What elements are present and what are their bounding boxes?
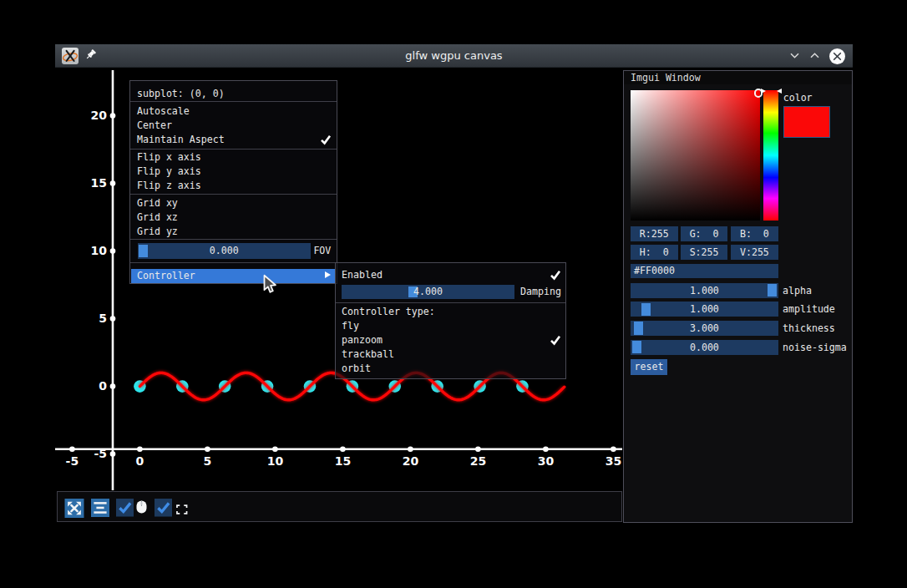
menu-item-trackball[interactable]: trackball xyxy=(342,347,559,361)
y-tick-dot xyxy=(110,248,116,254)
menu-item-grid-xy[interactable]: Grid xy xyxy=(137,196,331,210)
amplitude-slider[interactable]: 1.000 xyxy=(631,302,778,317)
checkbox-icon xyxy=(116,504,134,520)
menu-separator xyxy=(130,149,336,150)
autoscale-button[interactable] xyxy=(64,499,84,518)
minimize-button[interactable] xyxy=(789,48,800,64)
y-tick-label: 5 xyxy=(99,312,107,325)
menu-item-flip-z-axis[interactable]: Flip z axis xyxy=(137,179,331,192)
controller-mouse-indicator xyxy=(136,500,147,514)
amplitude-slider-label: amplitude xyxy=(783,302,835,317)
menu-separator xyxy=(336,302,565,303)
maintain-aspect-toggle[interactable] xyxy=(155,499,173,517)
menu-item-controller-type[interactable]: Controller type: xyxy=(342,305,559,318)
color-swatch[interactable] xyxy=(783,106,830,138)
maximize-button[interactable] xyxy=(809,48,820,64)
x-tick-dot xyxy=(272,447,278,453)
y-tick-label: 15 xyxy=(91,176,107,190)
menu-item-orbit[interactable]: orbit xyxy=(342,362,559,375)
menu-item-grid-yz[interactable]: Grid yz xyxy=(137,225,331,238)
x-tick-dot xyxy=(475,447,481,453)
y-tick-dot xyxy=(110,383,116,389)
x-tick-dot xyxy=(340,447,346,453)
close-button[interactable] xyxy=(829,48,845,64)
x-tick-label: 0 xyxy=(136,454,144,468)
hue-marker-left-icon xyxy=(761,89,766,94)
center-button[interactable] xyxy=(91,499,109,517)
x-tick-dot xyxy=(205,447,210,453)
x-tick-dot xyxy=(137,447,143,453)
value-field[interactable]: V:255 xyxy=(731,245,778,260)
y-tick-dot xyxy=(110,316,116,322)
imgui-window: Imgui Window color R:255 G: 0 B: 0 H: 0 … xyxy=(623,70,853,523)
y-tick-label: 20 xyxy=(91,109,108,122)
slider-value: 1.000 xyxy=(631,302,778,317)
panzoom-toggle[interactable] xyxy=(116,499,134,517)
y-tick-label: 10 xyxy=(91,244,108,257)
checkmark-icon xyxy=(550,270,561,281)
menu-item-grid-xz[interactable]: Grid xz xyxy=(137,210,331,224)
x-tick-dot xyxy=(611,447,616,453)
checkbox-icon xyxy=(155,504,173,520)
color-picker-label: color xyxy=(783,91,813,104)
x-tick-label: 30 xyxy=(538,454,555,468)
expand-arrows-icon xyxy=(64,505,84,521)
plot-toolbar xyxy=(57,491,622,522)
menu-item-maintain-aspect[interactable]: Maintain Aspect xyxy=(137,133,331,146)
damping-slider[interactable]: 4.000 xyxy=(342,285,514,299)
noise-sigma-slider[interactable]: 0.000 xyxy=(631,340,778,355)
thickness-slider[interactable]: 3.000 xyxy=(631,321,778,336)
titlebar[interactable]: glfw wgpu canvas xyxy=(55,44,853,68)
green-field[interactable]: G: 0 xyxy=(681,226,728,241)
slider-value: 4.000 xyxy=(342,285,514,299)
blue-field[interactable]: B: 0 xyxy=(731,226,778,241)
menu-item-controller[interactable]: Controller xyxy=(131,269,335,283)
menu-item-enabled[interactable]: Enabled xyxy=(342,268,559,281)
y-tick-dot xyxy=(110,113,116,119)
saturation-value-picker[interactable] xyxy=(631,90,760,220)
reset-button[interactable]: reset xyxy=(631,359,667,376)
subplot-context-menu: subplot: (0, 0)AutoscaleCenterMaintain A… xyxy=(129,80,337,284)
fullscreen-button[interactable] xyxy=(176,502,188,512)
fov-slider[interactable]: 0.000 xyxy=(138,243,311,259)
menu-separator xyxy=(130,239,336,240)
menu-title: subplot: (0, 0) xyxy=(137,87,331,100)
menu-item-panzoom[interactable]: panzoom xyxy=(342,333,559,347)
hex-color-field[interactable]: #FF0000 xyxy=(631,264,778,278)
x-tick-dot xyxy=(543,447,549,453)
alpha-slider-label: alpha xyxy=(783,283,812,298)
x-tick-label: 20 xyxy=(403,454,419,468)
menu-item-flip-x-axis[interactable]: Flip x axis xyxy=(137,150,331,164)
menu-separator xyxy=(130,194,336,195)
mouse-cursor-icon xyxy=(263,274,278,295)
damping-slider-label: Damping xyxy=(520,285,561,299)
noise-sigma-slider-label: noise-sigma xyxy=(783,340,847,355)
imgui-window-titlebar[interactable]: Imgui Window xyxy=(624,71,852,84)
menu-item-fly[interactable]: fly xyxy=(342,319,559,332)
alpha-slider[interactable]: 1.000 xyxy=(631,283,778,298)
x-tick-dot xyxy=(408,447,413,453)
menu-item-autoscale[interactable]: Autoscale xyxy=(137,104,331,118)
menu-item-center[interactable]: Center xyxy=(137,119,331,132)
menu-item-flip-y-axis[interactable]: Flip y axis xyxy=(137,165,331,178)
x-tick-label: -5 xyxy=(66,454,79,468)
hue-field[interactable]: H: 0 xyxy=(631,245,678,260)
x-tick-label: 10 xyxy=(267,454,284,468)
x-tick-label: 35 xyxy=(606,454,621,468)
x-tick-label: 15 xyxy=(335,454,351,468)
fov-slider-label: FOV xyxy=(313,243,331,259)
hue-marker-right-icon xyxy=(777,89,782,94)
x-tick-dot xyxy=(69,447,75,453)
window-title: glfw wgpu canvas xyxy=(55,49,853,62)
hue-slider[interactable] xyxy=(763,90,778,220)
checkmark-icon xyxy=(320,134,332,145)
saturation-field[interactable]: S:255 xyxy=(681,245,728,260)
y-tick-label: -5 xyxy=(94,447,107,460)
thickness-slider-label: thickness xyxy=(783,321,835,336)
align-center-icon xyxy=(91,504,109,520)
slider-value: 1.000 xyxy=(631,283,778,298)
y-tick-label: 0 xyxy=(99,379,107,393)
controller-submenu: Enabled 4.000 DampingController type:fly… xyxy=(335,262,566,379)
submenu-arrow-icon xyxy=(325,271,331,278)
red-field[interactable]: R:255 xyxy=(631,226,678,241)
